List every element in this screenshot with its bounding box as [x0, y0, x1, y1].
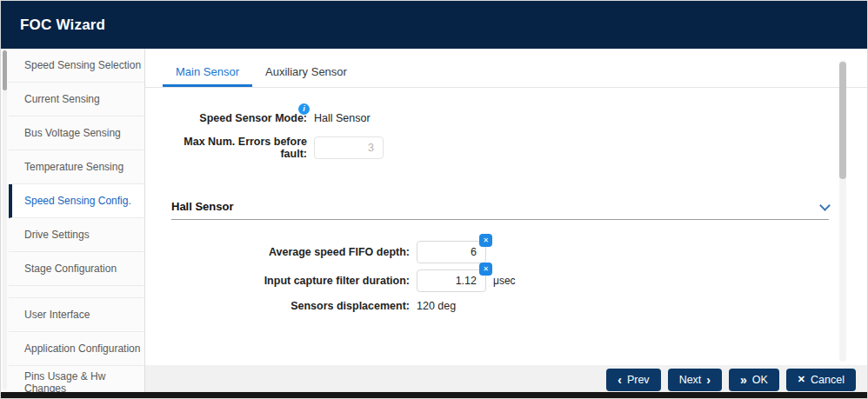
- max-errors-row: Max Num. Errors before fault: 3: [171, 136, 867, 160]
- main-scrollbar-thumb[interactable]: [839, 62, 846, 179]
- sidebar-item-drive-settings[interactable]: Drive Settings: [9, 218, 144, 252]
- hall-sensor-section-title: Hall Sensor: [171, 200, 234, 213]
- sensors-displacement-value: 120 deg: [417, 300, 456, 312]
- prev-button[interactable]: ‹ Prev: [606, 369, 660, 391]
- sidebar-item-bus-voltage-sensing[interactable]: Bus Voltage Sensing: [9, 116, 144, 150]
- sidebar-item-current-sensing[interactable]: Current Sensing: [9, 83, 144, 116]
- sidebar-scrollbar-thumb[interactable]: [3, 50, 7, 90]
- sidebar-item-temperature-sensing[interactable]: Temperature Sensing: [9, 150, 144, 184]
- window-header: FOC Wizard: [1, 1, 867, 49]
- fifo-depth-label: Average speed FIFO depth:: [171, 246, 410, 258]
- speed-sensor-mode-label: Speed Sensor Mode: i: [171, 112, 307, 124]
- sidebar-item-stage-configuration[interactable]: Stage Configuration: [9, 252, 144, 286]
- max-errors-input[interactable]: 3: [314, 136, 384, 159]
- sidebar-item-speed-sensing-selection[interactable]: Speed Sensing Selection: [9, 49, 144, 83]
- wizard-footer: ‹ Prev Next › » OK ✕ Cancel: [145, 365, 867, 394]
- info-icon[interactable]: i: [298, 103, 310, 115]
- chevron-right-icon: ›: [706, 374, 711, 386]
- sidebar-scrollbar[interactable]: [3, 50, 7, 389]
- sensors-displacement-label: Sensors displacement:: [171, 300, 410, 312]
- foc-wizard-window: FOC Wizard Speed Sensing Selection Curre…: [0, 0, 868, 399]
- sensors-displacement-row: Sensors displacement: 120 deg: [171, 300, 867, 312]
- window-bottom-edge: [1, 392, 867, 398]
- max-errors-label: Max Num. Errors before fault:: [171, 136, 307, 160]
- speed-sensor-mode-row: Speed Sensor Mode: i Hall Sensor: [171, 112, 867, 124]
- double-chevron-icon: »: [740, 374, 747, 386]
- tab-main-sensor[interactable]: Main Sensor: [163, 59, 252, 87]
- chevron-down-icon[interactable]: [819, 200, 831, 211]
- sidebar-item-speed-sensing-config[interactable]: Speed Sensing Config.: [9, 184, 144, 218]
- window-title: FOC Wizard: [20, 17, 105, 34]
- main-panel: Main Sensor Auxiliary Sensor Speed Senso…: [145, 49, 867, 394]
- reset-value-icon[interactable]: ✕: [479, 263, 492, 276]
- sidebar-item-user-interface[interactable]: User Interface: [9, 298, 144, 332]
- fifo-depth-row: Average speed FIFO depth: 6 ✕: [171, 241, 867, 263]
- speed-sensor-mode-value: Hall Sensor: [314, 112, 371, 124]
- filter-duration-label: Input capture filter duration:: [171, 275, 410, 287]
- tab-auxiliary-sensor[interactable]: Auxiliary Sensor: [252, 59, 360, 87]
- close-icon: ✕: [798, 375, 805, 384]
- fifo-depth-input[interactable]: 6: [417, 241, 486, 263]
- filter-duration-input[interactable]: 1.12: [417, 269, 486, 292]
- cancel-button[interactable]: ✕ Cancel: [786, 369, 856, 391]
- main-scrollbar[interactable]: [839, 60, 846, 362]
- sidebar: Speed Sensing Selection Current Sensing …: [1, 49, 145, 394]
- sensor-tabs: Main Sensor Auxiliary Sensor: [145, 59, 867, 88]
- sidebar-item-application-configuration[interactable]: Application Configuration: [9, 332, 144, 366]
- reset-value-icon[interactable]: ✕: [479, 234, 492, 247]
- filter-duration-unit: μsec: [493, 275, 516, 287]
- hall-sensor-section-header[interactable]: Hall Sensor: [171, 200, 829, 220]
- chevron-left-icon: ‹: [618, 374, 622, 386]
- filter-duration-row: Input capture filter duration: 1.12 ✕ μs…: [171, 269, 867, 292]
- sidebar-group-divider: [9, 286, 144, 298]
- ok-button[interactable]: » OK: [729, 369, 779, 391]
- next-button[interactable]: Next ›: [668, 369, 722, 391]
